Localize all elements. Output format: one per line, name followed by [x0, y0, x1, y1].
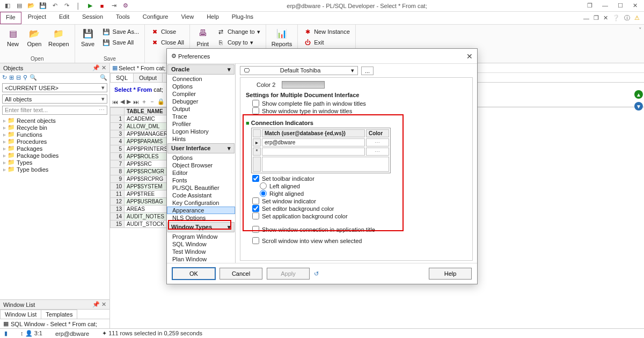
- ci-row-selector[interactable]: ▸: [253, 138, 261, 146]
- menu-session[interactable]: Session: [76, 12, 109, 24]
- close-button[interactable]: ✖Close: [148, 27, 186, 36]
- grid-lock-icon[interactable]: 🔒: [157, 98, 165, 105]
- menu-tools[interactable]: Tools: [109, 12, 136, 24]
- exit-button[interactable]: ⏻Exit: [301, 38, 352, 47]
- warning-icon[interactable]: ⚠: [634, 14, 640, 21]
- saveas-button[interactable]: 💾Save As...: [100, 27, 142, 36]
- minimize-icon[interactable]: —: [602, 2, 608, 9]
- chk-showconn[interactable]: Show window connection in application ti…: [252, 226, 467, 233]
- chk-scroll[interactable]: Scroll window into view when selected: [252, 237, 467, 244]
- menu-edit[interactable]: Edit: [53, 12, 76, 24]
- filter-input[interactable]: Enter filter text...⋯: [2, 106, 107, 115]
- qa-undo-icon[interactable]: ↶: [50, 2, 59, 10]
- chk-wintype[interactable]: Show window type in window titles: [252, 107, 467, 114]
- nav-item-plan-window[interactable]: Plan Window: [167, 255, 235, 263]
- changeto-button[interactable]: ⇄Change to ▾: [215, 27, 262, 36]
- grid-next-icon[interactable]: ▶: [127, 98, 131, 105]
- nav-item-hints[interactable]: Hints: [167, 135, 235, 143]
- maximize-icon[interactable]: ☐: [618, 2, 623, 9]
- help-button[interactable]: Help: [429, 268, 472, 280]
- ci-grid[interactable]: Match (user@database {ed,ws})Color ▸erp@…: [251, 128, 391, 173]
- open-button[interactable]: 📂Open: [25, 26, 44, 48]
- nav-ui-header[interactable]: User Interface▾: [167, 143, 235, 153]
- ok-button[interactable]: OK: [172, 268, 215, 280]
- qa-new-icon[interactable]: ▤: [15, 2, 24, 10]
- chk-app-bg[interactable]: Set application background color: [252, 212, 467, 219]
- restore-child-icon[interactable]: ❐: [587, 2, 592, 9]
- nav-item-options[interactable]: Options: [167, 154, 235, 161]
- color2-swatch[interactable]: [282, 81, 325, 89]
- obj-search-icon[interactable]: 🔍: [100, 74, 107, 81]
- closeall-button[interactable]: ✖Close All: [148, 38, 186, 47]
- qa-pref-icon[interactable]: ⚙: [121, 2, 130, 10]
- qa-run-icon[interactable]: ▶: [86, 2, 94, 10]
- tab-templates[interactable]: Templates: [41, 310, 77, 319]
- pin-icon[interactable]: 📌: [92, 64, 100, 71]
- qa-redo-icon[interactable]: ↷: [62, 2, 71, 10]
- nav-item-test-window[interactable]: Test Window: [167, 248, 235, 255]
- ci-cell-match[interactable]: erp@dbware: [262, 138, 365, 146]
- nav-oracle-header[interactable]: Oracle▾: [167, 64, 235, 75]
- newinstance-button[interactable]: ✱New Instance: [301, 27, 352, 36]
- menu-configure[interactable]: Configure: [136, 12, 175, 24]
- user-combo[interactable]: <CURRENT USER>▾: [2, 83, 107, 92]
- objects-tree[interactable]: ▹📁Recent objects▹📁Recycle bin▹📁Functions…: [0, 116, 109, 299]
- tree-node[interactable]: ▹📁Procedures: [2, 138, 107, 145]
- grid-last-icon[interactable]: ⏭: [133, 99, 139, 105]
- nav-item-profiler[interactable]: Profiler: [167, 120, 235, 128]
- dialog-close-icon[interactable]: ✕: [466, 52, 473, 61]
- grid-add-icon[interactable]: ＋: [141, 98, 147, 106]
- apply-button[interactable]: Apply: [267, 268, 310, 280]
- objecttype-combo[interactable]: All objects▾: [2, 94, 107, 104]
- qa-save-icon[interactable]: 💾: [39, 2, 47, 10]
- qa-step-icon[interactable]: ⇥: [109, 2, 118, 10]
- radio-left[interactable]: Left aligned: [260, 182, 467, 189]
- reset-icon[interactable]: ↺: [314, 270, 319, 277]
- nav-item-connection[interactable]: Connection: [167, 75, 235, 83]
- info-icon[interactable]: ⓘ: [624, 14, 630, 22]
- reports-button[interactable]: 📊Reports: [269, 26, 295, 48]
- refresh-icon[interactable]: ↻: [2, 74, 7, 81]
- find-icon[interactable]: 🔍: [30, 74, 37, 81]
- tree-node[interactable]: ▹📁Types: [2, 159, 107, 166]
- tree-node[interactable]: ▹📁Recycle bin: [2, 124, 107, 131]
- nav-item-key-configuration[interactable]: Key Configuration: [167, 199, 235, 207]
- nav-item-sql-window[interactable]: SQL Window: [167, 240, 235, 248]
- nav-item-code-assistant[interactable]: Code Assistant: [167, 192, 235, 199]
- nav-up-icon[interactable]: ▲: [634, 90, 643, 99]
- grid-prev-icon[interactable]: ◀: [120, 98, 125, 105]
- nav-wt-header[interactable]: Window Types▾: [167, 222, 235, 232]
- menu-project[interactable]: Project: [21, 12, 53, 24]
- save-button[interactable]: 💾Save: [78, 26, 98, 48]
- windowlist-item[interactable]: ▦SQL Window - Select * From cat;: [0, 319, 109, 328]
- menu-help[interactable]: Help: [200, 12, 225, 24]
- tree-node[interactable]: ▹📁Package bodies: [2, 152, 107, 159]
- child-close-icon[interactable]: ✕: [603, 14, 608, 21]
- qa-open-icon[interactable]: 📂: [27, 2, 35, 10]
- new-button[interactable]: ▤New: [3, 26, 23, 48]
- filter-more-icon[interactable]: ⋯: [99, 107, 105, 114]
- pref-scroll[interactable]: Color 2 Settings for Multiple Document I…: [240, 77, 473, 261]
- collapse-icon[interactable]: ⊟: [16, 74, 21, 81]
- preset-more-button[interactable]: ...: [361, 67, 374, 75]
- nav-item-compiler[interactable]: Compiler: [167, 90, 235, 98]
- chk-filepath[interactable]: Show complete file path in window titles: [252, 100, 467, 107]
- subtab-sql[interactable]: SQL: [110, 73, 134, 82]
- reopen-button[interactable]: 📁Reopen: [46, 26, 71, 48]
- filter-icon[interactable]: ⚲: [23, 74, 27, 81]
- ci-col-match[interactable]: Match (user@database {ed,ws}): [262, 129, 365, 137]
- grid-first-icon[interactable]: ⏮: [112, 99, 118, 105]
- chk-editor-bg[interactable]: Set editor background color: [252, 205, 467, 212]
- nav-item-program-window[interactable]: Program Window: [167, 233, 235, 240]
- expand-icon[interactable]: ⊞: [9, 74, 14, 81]
- ci-cell-color[interactable]: ⋯: [366, 138, 389, 146]
- saveall-button[interactable]: 💾Save All: [100, 38, 142, 47]
- tab-windowlist[interactable]: Window List: [0, 310, 41, 319]
- nav-item-pl-sql-beautifier[interactable]: PL/SQL Beautifier: [167, 184, 235, 192]
- close-icon[interactable]: ✕: [633, 2, 638, 9]
- child-restore-icon[interactable]: ❐: [594, 14, 599, 21]
- qa-stop-icon[interactable]: ■: [98, 2, 106, 10]
- menu-file[interactable]: File: [0, 12, 21, 24]
- ci-row-new[interactable]: *: [253, 148, 261, 156]
- nav-item-logon-history[interactable]: Logon History: [167, 128, 235, 135]
